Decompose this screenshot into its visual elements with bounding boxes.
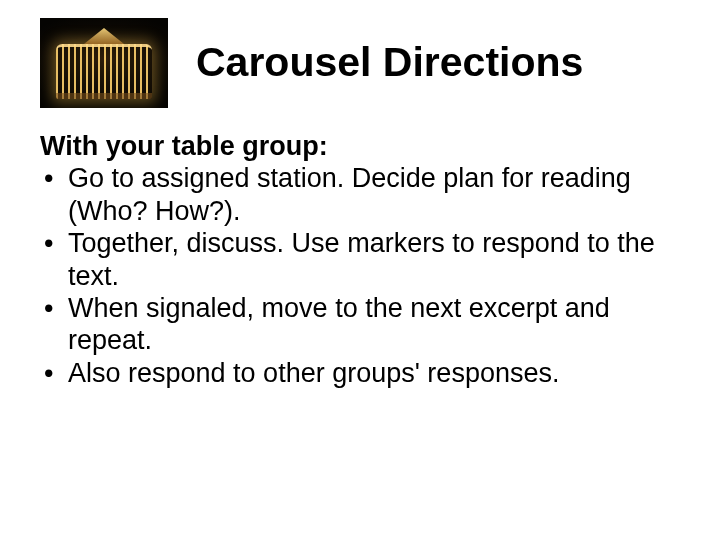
list-item: When signaled, move to the next excerpt … — [40, 292, 680, 357]
page-title: Carousel Directions — [196, 41, 583, 84]
header-row: Carousel Directions — [40, 18, 680, 108]
carousel-photo — [40, 18, 168, 108]
list-item: Also respond to other groups' responses. — [40, 357, 680, 389]
bullet-list: Go to assigned station. Decide plan for … — [40, 162, 680, 389]
intro-text: With your table group: — [40, 130, 680, 162]
slide: Carousel Directions With your table grou… — [0, 0, 720, 540]
list-item: Together, discuss. Use markers to respon… — [40, 227, 680, 292]
content-block: With your table group: Go to assigned st… — [40, 130, 680, 389]
list-item: Go to assigned station. Decide plan for … — [40, 162, 680, 227]
